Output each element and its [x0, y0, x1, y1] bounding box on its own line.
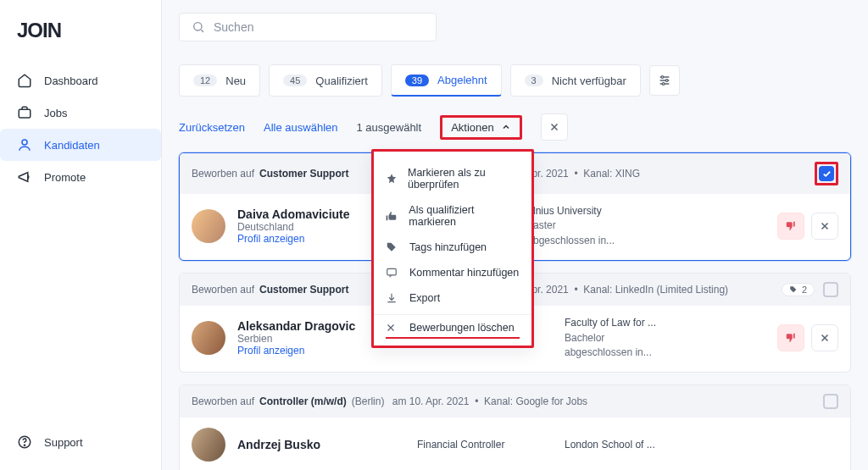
menu-add-tags[interactable]: Tags hinzufügen: [374, 235, 531, 260]
menu-export[interactable]: Export: [374, 285, 531, 311]
svg-point-3: [24, 445, 25, 445]
sliders-icon: [658, 74, 671, 87]
nav-label: Promote: [44, 171, 86, 184]
svg-point-5: [661, 76, 664, 79]
candidate-country: Serbien: [237, 333, 381, 345]
thumbs-down-icon: [785, 332, 797, 344]
card-checkbox[interactable]: [819, 166, 834, 181]
badge-count: 2: [782, 283, 815, 296]
card-position: Controller (m/w/d): [259, 395, 347, 407]
candidate-name: Aleksandar Dragovic: [237, 319, 381, 333]
reject-button[interactable]: [777, 324, 804, 351]
dismiss-button[interactable]: [811, 324, 838, 351]
candidate-card[interactable]: Beworben auf Controller (m/w/d) (Berlin)…: [179, 384, 851, 470]
nav-label: Dashboard: [44, 75, 98, 87]
svg-rect-8: [387, 268, 397, 275]
menu-mark-qualified[interactable]: Als qualifiziert markieren: [374, 197, 531, 235]
filter-qualified[interactable]: 45Qualifiziert: [269, 64, 382, 97]
jobs-icon: [17, 105, 32, 120]
avatar: [192, 321, 225, 355]
candidate-country: Deutschland: [237, 221, 381, 233]
filter-settings-button[interactable]: [649, 65, 680, 96]
selected-count: 1 ausgewählt: [357, 121, 422, 134]
chevron-up-icon: [501, 122, 511, 132]
avatar: [192, 209, 225, 243]
close-icon: [386, 323, 396, 333]
select-all[interactable]: Alle auswählen: [264, 121, 337, 134]
nav-label: Kandidaten: [44, 139, 100, 152]
actions-dropdown[interactable]: Aktionen: [451, 121, 511, 134]
filter-new[interactable]: 12Neu: [179, 64, 260, 97]
svg-point-1: [22, 140, 27, 145]
logo: JOIN: [0, 0, 161, 56]
filter-unavailable[interactable]: 3Nicht verfügbar: [510, 64, 641, 97]
svg-point-6: [665, 80, 668, 82]
nav-label: Jobs: [44, 107, 67, 119]
star-icon: [386, 173, 398, 185]
card-position: Customer Support: [259, 168, 348, 180]
close-icon: [820, 333, 830, 343]
nav-promote[interactable]: Promote: [0, 161, 161, 193]
download-icon: [386, 292, 398, 304]
tag-icon: [789, 285, 798, 294]
svg-point-4: [194, 23, 202, 30]
nav-candidates[interactable]: Kandidaten: [0, 129, 161, 161]
user-icon: [17, 137, 32, 152]
home-icon: [17, 73, 32, 88]
candidate-name: Daiva Adomaviciute: [237, 207, 381, 221]
card-checkbox[interactable]: [823, 394, 838, 409]
tag-icon: [386, 241, 398, 253]
nav-jobs[interactable]: Jobs: [0, 97, 161, 129]
highlight-underline: [386, 337, 520, 339]
profile-link[interactable]: Profil anzeigen: [237, 233, 381, 245]
svg-rect-0: [19, 109, 31, 118]
dismiss-button[interactable]: [811, 213, 838, 240]
menu-mark-review[interactable]: Markieren als zu überprüfen: [374, 160, 531, 197]
thumbs-up-icon: [386, 210, 398, 222]
candidate-name: Andrzej Busko: [237, 438, 381, 451]
search-placeholder: Suchen: [214, 20, 253, 34]
reject-button[interactable]: [777, 213, 804, 240]
svg-point-7: [662, 83, 665, 86]
close-icon: [549, 122, 559, 132]
card-position: Customer Support: [259, 284, 348, 296]
help-icon: [17, 434, 32, 450]
card-checkbox[interactable]: [823, 282, 838, 297]
nav-dashboard[interactable]: Dashboard: [0, 64, 161, 97]
thumbs-down-icon: [785, 220, 797, 232]
profile-link[interactable]: Profil anzeigen: [237, 345, 381, 357]
search-input[interactable]: Suchen: [179, 13, 437, 41]
comment-icon: [386, 267, 398, 279]
menu-delete-applications[interactable]: Bewerbungen löschen: [374, 314, 531, 340]
menu-add-comment[interactable]: Kommentar hinzufügen: [374, 260, 531, 285]
megaphone-icon: [17, 169, 32, 185]
nav-support[interactable]: Support: [0, 426, 161, 458]
nav-label: Support: [44, 436, 83, 449]
close-selection-button[interactable]: [541, 113, 568, 141]
actions-menu: Markieren als zu überprüfen Als qualifiz…: [371, 149, 534, 348]
reset-selection[interactable]: Zurücksetzen: [179, 121, 245, 134]
avatar: [192, 428, 225, 462]
close-icon: [820, 221, 830, 231]
search-icon: [192, 20, 205, 34]
filter-rejected[interactable]: 39Abgelehnt: [391, 64, 502, 97]
